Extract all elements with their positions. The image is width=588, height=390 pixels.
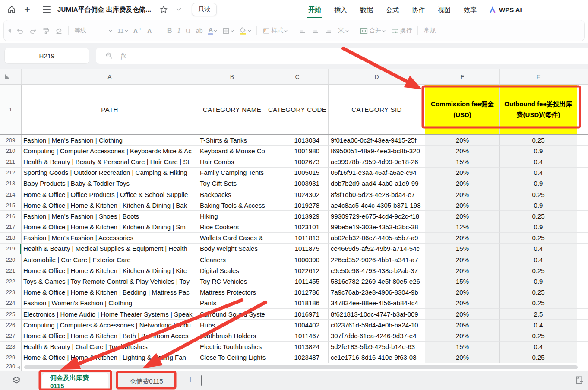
row-header[interactable]: 210 — [0, 146, 22, 156]
cell-commission-fee[interactable]: 20% — [425, 330, 500, 341]
zoom-out-icon[interactable] — [105, 52, 113, 60]
cell-category-code[interactable]: 1018186 — [266, 298, 329, 309]
cell-empty[interactable] — [577, 287, 588, 298]
cell-category-sid[interactable]: ce1e1716-8d16-410e-9f63-08 — [329, 352, 425, 363]
cell-category-name[interactable]: Rice Cookers — [198, 222, 266, 233]
cell-outbound-fee[interactable]: 0.4 — [500, 342, 577, 352]
cell-category-sid[interactable]: 9f01ea06-0c2f-43ea-9415-25f — [329, 135, 425, 146]
cell-commission-fee[interactable]: 20% — [425, 211, 500, 222]
cell-category-name[interactable]: Toothbrush Holders — [198, 330, 266, 341]
header-cell-commission-fee[interactable]: Commission fee佣金 (USD) — [425, 85, 500, 134]
cell-category-sid[interactable]: 8f621813-10dc-4747-b3af-009 — [329, 309, 425, 320]
cell-outbound-fee[interactable]: 0.25 — [500, 287, 577, 298]
title-dropdown-icon[interactable] — [176, 6, 181, 10]
horizontal-scrollbar[interactable] — [24, 365, 578, 369]
favorite-star-icon[interactable] — [157, 3, 170, 16]
cell-outbound-fee[interactable]: 0.25 — [500, 352, 577, 363]
row-header[interactable]: 216 — [0, 211, 22, 222]
cell-path[interactable]: Home & Office | Home & Kitchen | Kitchen… — [22, 200, 198, 211]
cell-outbound-fee[interactable]: 0.4 — [500, 156, 577, 167]
menu-tab-5[interactable]: 视图 — [437, 2, 452, 17]
cell-category-code[interactable]: 1004402 — [266, 320, 329, 330]
row-header[interactable]: 224 — [0, 298, 22, 309]
formula-input[interactable]: fx — [96, 48, 588, 64]
header-cell-empty[interactable] — [577, 85, 588, 134]
collapse-toolbar-icon[interactable] — [8, 29, 11, 33]
row-header[interactable]: 217 — [0, 222, 22, 233]
cell-category-sid[interactable]: dbb7b2d9-aad4-4ab0-a1d9-99 — [329, 178, 425, 189]
cell-path[interactable]: Fashion | Men's Fashion | Shoes | Boots — [22, 211, 198, 222]
row-header[interactable]: 223 — [0, 287, 22, 298]
cell-category-sid[interactable]: 5816c782-2269-4e5f-80e5-e26 — [329, 276, 425, 287]
cell-category-name[interactable]: Mattress Protectors — [198, 287, 266, 298]
cell-path[interactable]: Home & Office | Home & Kitchen | Kitchen… — [22, 222, 198, 233]
cell-category-name[interactable]: Pants — [198, 298, 266, 309]
row-header[interactable]: 228 — [0, 342, 22, 352]
cell-category-sid[interactable]: 7a9c76ab-23e8-4906-8304-9b — [329, 287, 425, 298]
menu-tab-4[interactable]: 协作 — [411, 2, 426, 17]
cell-category-code[interactable]: 1023487 — [266, 352, 329, 363]
cell-category-name[interactable]: Hubs — [198, 320, 266, 330]
row-header[interactable]: 225 — [0, 309, 22, 320]
cell-path[interactable]: Computing | Computer Accessories | Keybo… — [22, 146, 198, 156]
menu-tab-3[interactable]: 公式 — [385, 2, 400, 17]
cell-outbound-fee[interactable]: 0.4 — [500, 254, 577, 265]
menu-tab-1[interactable]: 插入 — [333, 2, 348, 17]
fx-icon[interactable]: fx — [121, 52, 126, 60]
italic-button[interactable]: I — [178, 27, 180, 35]
cell-category-code[interactable]: 1013824 — [266, 342, 329, 352]
cell-category-code[interactable]: 1003931 — [266, 178, 329, 189]
cell-path[interactable]: Fashion | Men's Fashion | Accessories — [22, 233, 198, 244]
cell-path[interactable]: Home & Office | Home & Kitchen | Kitchen… — [22, 265, 198, 276]
readonly-badge[interactable]: 只读 — [192, 3, 217, 16]
cell-empty[interactable] — [577, 342, 588, 352]
align-left-icon[interactable] — [299, 27, 306, 35]
cell-path[interactable]: Fashion | Men's Fashion | Clothing — [22, 135, 198, 146]
cell-outbound-fee[interactable]: 0.25 — [500, 298, 577, 309]
text-orientation-button[interactable]: 米 — [338, 26, 348, 35]
cell-category-name[interactable]: Wallets Card Cases & — [198, 233, 266, 244]
cell-empty[interactable] — [577, 222, 588, 233]
cell-outbound-fee[interactable]: 0.25 — [500, 265, 577, 276]
cell-commission-fee[interactable]: 20% — [425, 168, 500, 178]
row-header[interactable]: 215 — [0, 200, 22, 211]
cell-category-code[interactable]: 1022612 — [266, 265, 329, 276]
cell-category-sid[interactable]: 8f8f1db0-5d23-4e28-bda4-e7 — [329, 189, 425, 200]
cell-path[interactable]: Baby Products | Baby & Toddler Toys — [22, 178, 198, 189]
cell-category-name[interactable]: Close To Ceiling Lights — [198, 352, 266, 363]
cell-category-sid[interactable]: ac99978b-7959-4d99-9e18-26 — [329, 156, 425, 167]
cell-commission-fee[interactable]: 20% — [425, 309, 500, 320]
cell-outbound-fee[interactable]: 0.9 — [500, 200, 577, 211]
cell-outbound-fee[interactable]: 2.5 — [500, 309, 577, 320]
cell-empty[interactable] — [577, 298, 588, 309]
cell-path[interactable]: Home & Office | Home & Kitchen | Lightin… — [22, 352, 198, 363]
cell-outbound-fee[interactable]: 0.25 — [500, 233, 577, 244]
cell-path[interactable]: Sporting Goods | Outdoor Recreation | Ca… — [22, 168, 198, 178]
fill-color-button[interactable] — [239, 27, 251, 35]
number-format-select[interactable]: 常规 — [424, 27, 436, 35]
row-header[interactable]: 226 — [0, 320, 22, 330]
cell-category-code[interactable]: 1001980 — [266, 146, 329, 156]
cell-empty[interactable] — [577, 352, 588, 363]
cell-category-code[interactable]: 1000390 — [266, 254, 329, 265]
cell-outbound-fee[interactable]: 0.9 — [500, 178, 577, 189]
cell-category-code[interactable]: 1011875 — [266, 244, 329, 254]
cell-outbound-fee[interactable]: 0.25 — [500, 330, 577, 341]
cell-outbound-fee[interactable]: 0.4 — [500, 244, 577, 254]
column-header-a[interactable]: A — [22, 69, 198, 84]
menu-tab-0[interactable]: 开始 — [307, 1, 322, 18]
cell-empty[interactable] — [577, 254, 588, 265]
row-header[interactable]: 218 — [0, 233, 22, 244]
row-header[interactable]: 209 — [0, 135, 22, 146]
cell-empty[interactable] — [577, 189, 588, 200]
cell-category-name[interactable]: Family Camping Tents — [198, 168, 266, 178]
cell-commission-fee[interactable]: 12% — [425, 222, 500, 233]
row-header[interactable]: 227 — [0, 330, 22, 341]
cell-outbound-fee[interactable]: 0.25 — [500, 135, 577, 146]
cell-commission-fee[interactable]: 20% — [425, 254, 500, 265]
row-header[interactable]: 214 — [0, 189, 22, 200]
cell-category-name[interactable]: Electric Toothbrushes — [198, 342, 266, 352]
cell-commission-fee[interactable]: 20% — [425, 189, 500, 200]
row-header[interactable]: 213 — [0, 178, 22, 189]
column-header-c[interactable]: C — [266, 69, 329, 84]
